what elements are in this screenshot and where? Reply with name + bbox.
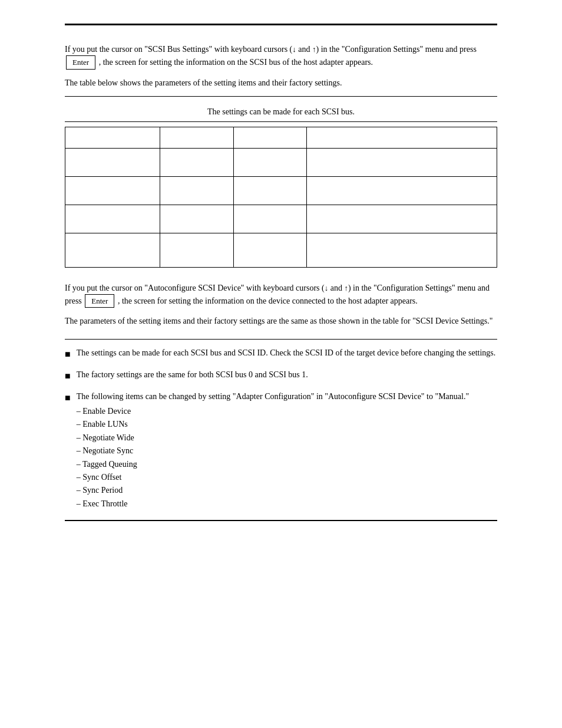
table-row: [65, 176, 497, 205]
table-header-col3: [233, 127, 307, 148]
table-row: [65, 205, 497, 233]
paragraph-3-text-before: If you put the cursor on "Autoconfigure …: [65, 284, 325, 292]
sub-list: – Enable Device – Enable LUNs – Negotiat…: [77, 405, 497, 510]
table-cell: [233, 205, 307, 233]
sub-list-item-1: – Enable Device: [77, 405, 497, 418]
paragraph-1: If you put the cursor on "SCSI Bus Setti…: [65, 43, 497, 70]
paragraph-3-text-and: and: [328, 284, 344, 292]
sub-list-item-8: – Exec Throttle: [77, 498, 497, 510]
table-cell: [233, 176, 307, 205]
table-cell: [307, 148, 497, 176]
table-cell: [233, 233, 307, 267]
divider-line: [65, 339, 497, 340]
table-header-col4: [307, 127, 497, 148]
table-cell: [65, 233, 160, 267]
table-note-table: The settings can be made for each SCSI b…: [65, 103, 497, 121]
table-cell: [65, 176, 160, 205]
table-row: [65, 233, 497, 267]
sub-list-item-4: – Negotiate Sync: [77, 444, 497, 457]
bullet-text-3: The following items can be changed by se…: [77, 390, 497, 510]
enter-button-1[interactable]: Enter: [66, 55, 95, 70]
table-cell: [307, 205, 497, 233]
paragraph-4: The parameters of the setting items and …: [65, 315, 497, 327]
table-cell: [160, 205, 234, 233]
bottom-border: [65, 520, 497, 521]
table-note-box: The settings can be made for each SCSI b…: [65, 96, 497, 122]
sub-list-item-6: – Sync Offset: [77, 471, 497, 484]
paragraph-1-text-and: and: [296, 45, 312, 54]
bullet-item-2: ■ The factory settings are the same for …: [65, 368, 497, 383]
bullet-text-1: The settings can be made for each SCSI b…: [77, 347, 497, 359]
table-cell: [160, 148, 234, 176]
table-row: [65, 148, 497, 176]
sub-list-item-3: – Negotiate Wide: [77, 431, 497, 444]
sub-list-item-2: – Enable LUNs: [77, 418, 497, 431]
enter-button-2[interactable]: Enter: [85, 294, 114, 308]
bullet-section: ■ The settings can be made for each SCSI…: [65, 347, 497, 510]
top-border: [65, 24, 497, 25]
paragraph-2: The table below shows the parameters of …: [65, 77, 497, 89]
table-cell: [160, 233, 234, 267]
table-cell: [307, 176, 497, 205]
table-cell: [233, 148, 307, 176]
table-note-text: The settings can be made for each SCSI b…: [66, 104, 496, 120]
bullet-icon-3: ■: [65, 391, 71, 405]
paragraph-1-text-after: ) in the "Configuration Settings" menu a…: [316, 45, 477, 54]
bullet-text-2: The factory settings are the same for bo…: [77, 368, 497, 381]
bullet-text-3-main: The following items can be changed by se…: [77, 392, 469, 401]
table-cell: [65, 205, 160, 233]
sub-list-item-5: – Tagged Queuing: [77, 458, 497, 471]
paragraph-1-text-rest: , the screen for setting the information…: [99, 58, 373, 67]
bullet-item-1: ■ The settings can be made for each SCSI…: [65, 347, 497, 361]
paragraph-3: If you put the cursor on "Autoconfigure …: [65, 282, 497, 308]
bullet-item-3: ■ The following items can be changed by …: [65, 390, 497, 510]
table-cell: [65, 148, 160, 176]
paragraph-3-text-rest: , the screen for setting the information…: [118, 297, 418, 305]
paragraph-1-text-before: If you put the cursor on "SCSI Bus Setti…: [65, 45, 292, 54]
bullet-icon-2: ■: [65, 369, 71, 383]
table-header-col1: [65, 127, 160, 148]
bullet-icon-1: ■: [65, 347, 71, 361]
table-header-row: [65, 127, 497, 148]
page: If you put the cursor on "SCSI Bus Setti…: [0, 0, 562, 728]
settings-table: [65, 127, 497, 268]
table-cell: [160, 176, 234, 205]
sub-list-item-7: – Sync Period: [77, 484, 497, 497]
table-header-col2: [160, 127, 234, 148]
table-cell: [307, 233, 497, 267]
